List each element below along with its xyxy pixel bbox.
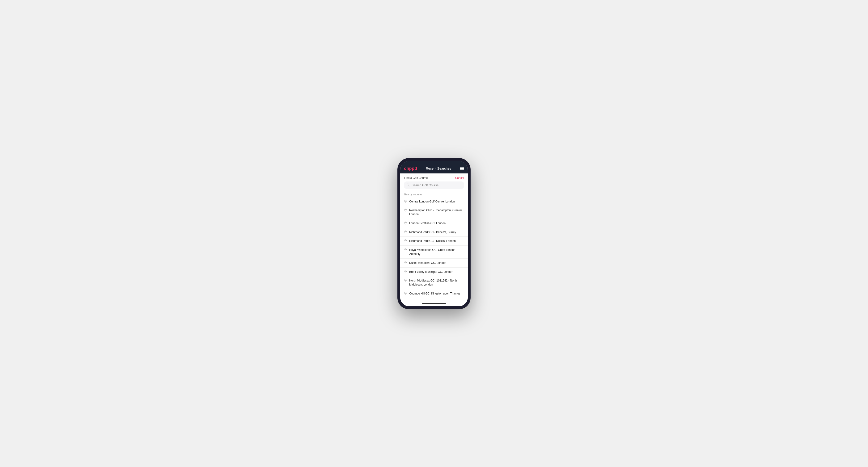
course-name: London Scottish GC, London <box>409 221 445 225</box>
top-nav: clippd Recent Searches <box>400 164 468 174</box>
location-pin-icon <box>404 200 407 203</box>
course-name: North Middlesex GC (1011942 - North Midd… <box>409 279 464 287</box>
course-name: Royal Wimbledon GC, Great London Authori… <box>409 248 464 256</box>
svg-point-6 <box>405 240 406 241</box>
svg-line-1 <box>409 186 409 186</box>
phone-screen: clippd Recent Searches Find a Golf Cours… <box>400 161 468 306</box>
find-header: Find a Golf Course Cancel <box>400 174 468 182</box>
nearby-section-label: Nearby courses <box>400 191 468 197</box>
list-item[interactable]: Central London Golf Centre, London <box>400 197 468 206</box>
svg-point-8 <box>405 262 406 262</box>
svg-point-10 <box>405 280 406 281</box>
location-pin-icon <box>404 292 407 295</box>
location-pin-icon <box>404 248 407 251</box>
phone-device: clippd Recent Searches Find a Golf Cours… <box>397 158 471 309</box>
search-input[interactable] <box>411 183 462 187</box>
main-content: Find a Golf Course Cancel Nearby courses… <box>400 174 468 301</box>
location-pin-icon <box>404 270 407 273</box>
list-item[interactable]: Coombe Hill GC, Kingston upon Thames <box>400 289 468 298</box>
nav-title: Recent Searches <box>426 166 451 170</box>
location-pin-icon <box>404 209 407 212</box>
search-container <box>400 182 468 191</box>
search-box <box>404 182 464 189</box>
list-item[interactable]: Dukes Meadows GC, London <box>400 259 468 268</box>
location-pin-icon <box>404 279 407 282</box>
list-item[interactable]: Roehampton Club - Roehampton, Greater Lo… <box>400 206 468 219</box>
svg-point-5 <box>405 231 406 232</box>
course-name: Richmond Park GC - Duke's, London <box>409 239 456 243</box>
list-item[interactable]: London Scottish GC, London <box>400 219 468 228</box>
course-name: Coombe Hill GC, Kingston upon Thames <box>409 292 460 296</box>
course-name: Dukes Meadows GC, London <box>409 261 446 265</box>
search-icon <box>406 183 410 187</box>
cancel-button[interactable]: Cancel <box>455 176 464 180</box>
find-label: Find a Golf Course <box>404 176 428 180</box>
status-bar <box>400 161 468 164</box>
course-name: Brent Valley Municipal GC, London <box>409 270 453 274</box>
list-item[interactable]: Royal Wimbledon GC, Great London Authori… <box>400 246 468 259</box>
home-indicator <box>400 301 468 306</box>
list-item[interactable]: North Middlesex GC (1011942 - North Midd… <box>400 276 468 289</box>
location-pin-icon <box>404 239 407 242</box>
svg-point-9 <box>405 271 406 272</box>
svg-point-2 <box>405 200 406 201</box>
list-item[interactable]: Richmond Park GC - Duke's, London <box>400 237 468 246</box>
list-item[interactable]: Brent Valley Municipal GC, London <box>400 268 468 277</box>
svg-point-3 <box>405 210 406 210</box>
course-list: Central London Golf Centre, LondonRoeham… <box>400 197 468 301</box>
svg-point-7 <box>405 249 406 250</box>
course-name: Roehampton Club - Roehampton, Greater Lo… <box>409 208 464 216</box>
home-bar <box>422 303 446 304</box>
svg-point-11 <box>405 293 406 293</box>
location-pin-icon <box>404 222 407 224</box>
app-logo: clippd <box>404 166 417 171</box>
hamburger-menu-icon[interactable] <box>460 167 464 170</box>
location-pin-icon <box>404 261 407 264</box>
location-pin-icon <box>404 230 407 234</box>
list-item[interactable]: Richmond Park GC - Prince's, Surrey <box>400 228 468 237</box>
course-name: Central London Golf Centre, London <box>409 199 455 204</box>
course-name: Richmond Park GC - Prince's, Surrey <box>409 230 456 234</box>
svg-point-4 <box>405 222 406 223</box>
